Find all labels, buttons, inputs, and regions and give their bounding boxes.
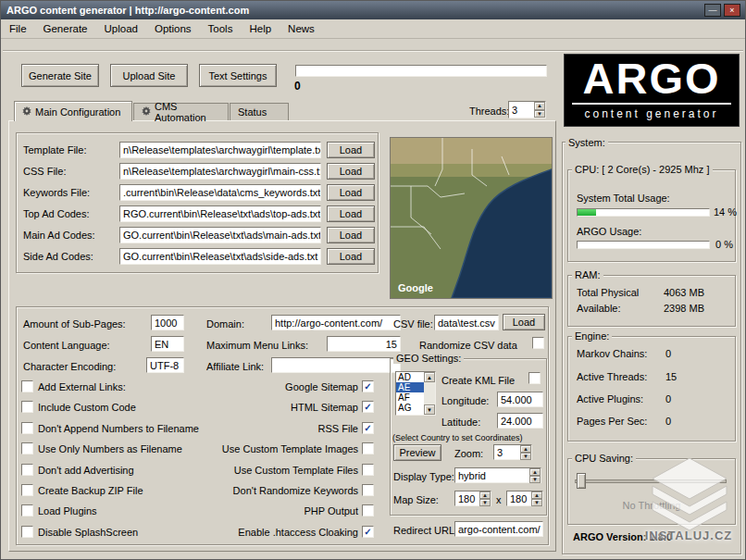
menu-item-help[interactable]: Help: [241, 19, 280, 38]
close-button[interactable]: ×: [724, 4, 740, 17]
subpages-input[interactable]: 1000: [151, 315, 184, 330]
randomize-csv-checkbox[interactable]: [532, 337, 544, 349]
html-sitemap-checkbox[interactable]: [362, 401, 374, 413]
threads-down-button[interactable]: ▼: [534, 110, 545, 118]
dont-randomize-keywords-label: Don't Randomize Keywords: [168, 484, 358, 497]
dont-append-numbers-checkbox[interactable]: [21, 422, 33, 434]
menu-item-options[interactable]: Options: [146, 19, 200, 38]
add-external-links-checkbox[interactable]: [21, 380, 33, 392]
generate-site-button[interactable]: Generate Site: [21, 64, 99, 87]
side-ad-codes-input[interactable]: GO.current\bin\Release\txt\ads\side-ads.…: [119, 248, 321, 265]
custom-template-files-checkbox[interactable]: [362, 464, 374, 476]
text-settings-button[interactable]: Text Settings: [199, 64, 277, 87]
map-width-down-button[interactable]: ▼: [479, 499, 491, 506]
cpu-saving-slider-thumb[interactable]: [577, 473, 586, 489]
menu-item-news[interactable]: News: [280, 19, 323, 38]
zoom-value[interactable]: 3: [494, 445, 520, 459]
display-type-down-button[interactable]: ▼: [529, 476, 541, 483]
zoom-stepper[interactable]: 3 ▲ ▼: [493, 444, 532, 460]
country-item[interactable]: AD: [396, 372, 424, 382]
cpu-saving-groupbox: [567, 458, 736, 525]
preview-button[interactable]: Preview: [393, 444, 441, 461]
menu-item-tools[interactable]: Tools: [200, 19, 242, 38]
dont-randomize-keywords-checkbox[interactable]: [362, 484, 374, 496]
keywords-file-load-button[interactable]: Load: [327, 184, 375, 201]
display-type-value[interactable]: hybrid: [455, 468, 529, 482]
create-kml-checkbox[interactable]: [528, 372, 541, 384]
upload-site-button[interactable]: Upload Site: [110, 64, 188, 87]
map-width-value[interactable]: 180: [455, 492, 479, 505]
tab-cms-automation[interactable]: CMS Automation: [133, 103, 229, 120]
google-sitemap-checkbox[interactable]: [362, 380, 374, 392]
threads-stepper[interactable]: 3 ▲ ▼: [508, 101, 546, 118]
custom-template-images-checkbox[interactable]: [362, 442, 374, 454]
htaccess-cloaking-checkbox[interactable]: [362, 526, 374, 538]
template-file-input[interactable]: n\Release\templates\archwaygirl\template…: [119, 142, 321, 158]
only-numbers-filename-checkbox[interactable]: [21, 442, 33, 454]
toolbar-separator: [3, 50, 743, 52]
display-type-select[interactable]: hybrid ▲ ▼: [454, 467, 541, 483]
zoom-up-button[interactable]: ▲: [520, 445, 531, 453]
menu-item-file[interactable]: File: [1, 19, 35, 38]
map-width-stepper[interactable]: 180 ▲ ▼: [454, 491, 491, 506]
argo-logo: ARGO content generator: [564, 54, 740, 127]
map-preview[interactable]: Google: [390, 137, 553, 299]
dont-add-advertising-checkbox[interactable]: [21, 464, 33, 476]
php-output-checkbox[interactable]: [362, 504, 374, 516]
encoding-input[interactable]: UTF-8: [146, 357, 184, 373]
include-custom-code-checkbox[interactable]: [21, 401, 33, 413]
tab-main-configuration[interactable]: Main Configuration: [14, 101, 132, 121]
map-height-up-button[interactable]: ▲: [531, 492, 542, 499]
map-width-up-button[interactable]: ▲: [479, 492, 491, 499]
threads-value[interactable]: 3: [509, 102, 534, 118]
cpu-saving-slider-track[interactable]: [575, 479, 727, 483]
titlebar[interactable]: ARGO content generator | http://argo-con…: [1, 1, 745, 19]
latitude-input[interactable]: 24.000: [497, 413, 543, 429]
affiliate-link-input[interactable]: [271, 357, 401, 373]
side-ad-codes-load-button[interactable]: Load: [327, 248, 375, 265]
template-file-load-button[interactable]: Load: [327, 142, 375, 158]
main-ad-codes-label: Main Ad Codes:: [23, 229, 95, 242]
domain-input[interactable]: http://argo-content.com/: [271, 315, 401, 330]
main-ad-codes-input[interactable]: GO.current\bin\Release\txt\ads\main-ads.…: [119, 227, 321, 243]
display-type-up-button[interactable]: ▲: [529, 468, 541, 476]
redirect-url-input[interactable]: argo-content.com/: [454, 521, 543, 537]
map-height-value[interactable]: 180: [507, 492, 531, 505]
map-size-separator: x: [496, 493, 502, 506]
zoom-down-button[interactable]: ▼: [520, 453, 531, 460]
css-file-input[interactable]: n\Release\templates\archwaygirl\main-css…: [119, 163, 321, 180]
map-height-down-button[interactable]: ▼: [531, 499, 542, 506]
scroll-up-button[interactable]: ▲: [424, 372, 435, 382]
html-sitemap-label: HTML Sitemap: [168, 401, 358, 414]
threads-up-button[interactable]: ▲: [534, 102, 545, 110]
csv-load-button[interactable]: Load: [503, 314, 545, 330]
country-item[interactable]: AG: [396, 403, 424, 413]
keywords-file-input[interactable]: .current\bin\Release\data\cms_keywords.t…: [119, 184, 321, 201]
country-listbox[interactable]: AD AE AF AG ▲ ▼: [395, 371, 436, 416]
country-item[interactable]: AF: [396, 392, 424, 403]
minimize-button[interactable]: —: [704, 4, 721, 17]
backup-zip-checkbox[interactable]: [21, 484, 33, 496]
longitude-input[interactable]: 54.000: [497, 392, 543, 407]
country-listbox-scrollbar[interactable]: ▲ ▼: [424, 372, 435, 415]
csv-file-input[interactable]: data\test.csv: [434, 315, 499, 330]
css-file-load-button[interactable]: Load: [327, 163, 375, 180]
map-height-stepper[interactable]: 180 ▲ ▼: [506, 491, 543, 506]
rss-file-checkbox[interactable]: [362, 422, 374, 434]
load-plugins-checkbox[interactable]: [21, 504, 33, 516]
google-logo: Google: [398, 282, 433, 293]
latitude-label: Latitude:: [441, 416, 480, 429]
markov-chains-value: 0: [665, 347, 671, 360]
menu-links-input[interactable]: 15: [327, 336, 401, 352]
tab-status[interactable]: Status: [230, 103, 289, 120]
language-input[interactable]: EN: [151, 336, 184, 352]
country-item-selected[interactable]: AE: [396, 382, 424, 392]
top-ad-codes-input[interactable]: RGO.current\bin\Release\txt\ads\top-ads.…: [119, 205, 321, 222]
disable-splashscreen-checkbox[interactable]: [21, 526, 33, 538]
top-ad-codes-load-button[interactable]: Load: [327, 205, 375, 222]
scroll-track[interactable]: [424, 382, 435, 404]
menu-item-upload[interactable]: Upload: [95, 19, 145, 38]
menu-item-generate[interactable]: Generate: [35, 19, 96, 38]
scroll-down-button[interactable]: ▼: [424, 404, 435, 415]
main-ad-codes-load-button[interactable]: Load: [327, 227, 375, 243]
